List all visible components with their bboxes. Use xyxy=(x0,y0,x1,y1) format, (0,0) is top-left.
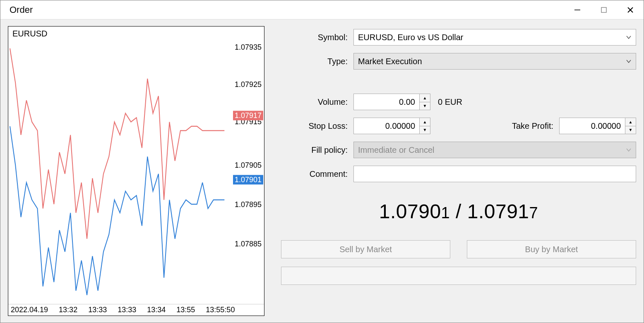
x-tick: 13:32 xyxy=(59,306,77,314)
take-profit-input[interactable]: 0.00000 xyxy=(559,118,625,134)
ask-price-tag: 1.07917 xyxy=(233,111,263,121)
volume-hint: 0 EUR xyxy=(438,97,462,107)
stepper-up-icon[interactable]: ▲ xyxy=(625,118,636,126)
buy-button[interactable]: Buy by Market xyxy=(467,240,636,258)
stepper-up-icon[interactable]: ▲ xyxy=(420,118,430,126)
comment-input[interactable] xyxy=(353,166,636,182)
x-tick: 13:55 xyxy=(176,306,195,314)
fill-policy-row: Fill policy: Immediate or Cancel xyxy=(281,141,636,159)
fill-policy-label: Fill policy: xyxy=(281,145,353,155)
stop-loss-label: Stop Loss: xyxy=(281,121,353,131)
stop-loss-stepper[interactable]: ▲ ▼ xyxy=(420,118,430,134)
x-tick: 13:33 xyxy=(118,306,136,314)
chevron-down-icon xyxy=(626,145,632,155)
price-chart xyxy=(8,27,264,304)
status-bar xyxy=(281,267,636,285)
comment-row: Comment: xyxy=(281,165,636,183)
fill-policy-value: Immediate or Cancel xyxy=(358,145,435,155)
chart-symbol-label: EURUSD xyxy=(12,29,48,39)
y-tick: 1.07895 xyxy=(235,200,262,209)
fill-policy-select: Immediate or Cancel xyxy=(353,142,636,158)
sell-button[interactable]: Sell by Market xyxy=(281,240,450,258)
maximize-icon xyxy=(600,6,608,14)
minimize-button[interactable] xyxy=(564,0,591,19)
type-row: Type: Market Execution xyxy=(281,53,636,70)
y-tick: 1.07905 xyxy=(235,161,262,170)
x-tick: 2022.04.19 xyxy=(11,306,48,314)
stepper-down-icon[interactable]: ▼ xyxy=(420,102,430,110)
y-tick: 1.07935 xyxy=(235,43,262,52)
x-tick: 13:55:50 xyxy=(206,306,235,314)
order-form: Symbol: EURUSD, Euro vs US Dollar Type: … xyxy=(281,26,636,316)
price-separator: / xyxy=(450,200,467,222)
stop-loss-input[interactable]: 0.00000 xyxy=(353,118,420,134)
x-tick: 13:34 xyxy=(147,306,166,314)
titlebar: Order xyxy=(0,0,644,19)
close-button[interactable] xyxy=(617,0,644,19)
chevron-down-icon xyxy=(626,57,632,66)
chart-body[interactable]: 1.07935 1.07925 1.07915 1.07905 1.07895 … xyxy=(8,27,264,304)
volume-row: Volume: 0.00 ▲ ▼ 0 EUR xyxy=(281,93,636,111)
price-display: 1.07901 / 1.07917 xyxy=(281,200,636,223)
symbol-select[interactable]: EURUSD, Euro vs US Dollar xyxy=(353,29,636,46)
comment-label: Comment: xyxy=(281,169,353,179)
maximize-button[interactable] xyxy=(591,0,617,19)
bid-price-sub: 1 xyxy=(441,204,450,222)
content-area: EURUSD 1.07935 1.07925 1.07915 1.07905 1… xyxy=(0,19,644,323)
order-window: Order EURUSD 1.07935 1.07925 1.07915 1.0 xyxy=(0,0,644,323)
volume-label: Volume: xyxy=(281,97,353,107)
window-controls xyxy=(564,0,644,19)
volume-stepper[interactable]: ▲ ▼ xyxy=(420,94,430,110)
ask-price-main: 1.0791 xyxy=(467,200,529,222)
chart-x-axis: 2022.04.19 13:32 13:33 13:33 13:34 13:55… xyxy=(8,304,264,316)
stepper-down-icon[interactable]: ▼ xyxy=(625,126,636,134)
volume-input[interactable]: 0.00 xyxy=(353,94,420,110)
ask-price-sub: 7 xyxy=(529,204,538,222)
chart-panel: EURUSD 1.07935 1.07925 1.07915 1.07905 1… xyxy=(8,26,264,316)
symbol-label: Symbol: xyxy=(281,33,353,42)
symbol-row: Symbol: EURUSD, Euro vs US Dollar xyxy=(281,29,636,46)
take-profit-stepper[interactable]: ▲ ▼ xyxy=(625,118,636,134)
action-buttons-row: Sell by Market Buy by Market xyxy=(281,240,636,258)
x-tick: 13:33 xyxy=(88,306,107,314)
symbol-value: EURUSD, Euro vs US Dollar xyxy=(358,33,464,42)
type-select[interactable]: Market Execution xyxy=(353,53,636,70)
y-tick: 1.07885 xyxy=(235,240,262,248)
y-tick: 1.07925 xyxy=(235,80,262,89)
stepper-up-icon[interactable]: ▲ xyxy=(420,94,430,102)
svg-rect-1 xyxy=(601,7,606,12)
chevron-down-icon xyxy=(626,33,632,42)
take-profit-label: Take Profit: xyxy=(512,121,559,131)
sl-tp-row: Stop Loss: 0.00000 ▲ ▼ Take Profit: 0.00… xyxy=(281,117,636,135)
bid-price-main: 1.0790 xyxy=(379,200,441,222)
stepper-down-icon[interactable]: ▼ xyxy=(420,126,430,134)
window-title: Order xyxy=(10,5,33,15)
bid-price-tag: 1.07901 xyxy=(233,175,263,185)
type-label: Type: xyxy=(281,57,353,66)
close-icon xyxy=(626,6,634,14)
type-value: Market Execution xyxy=(358,57,422,66)
minimize-icon xyxy=(573,6,582,14)
